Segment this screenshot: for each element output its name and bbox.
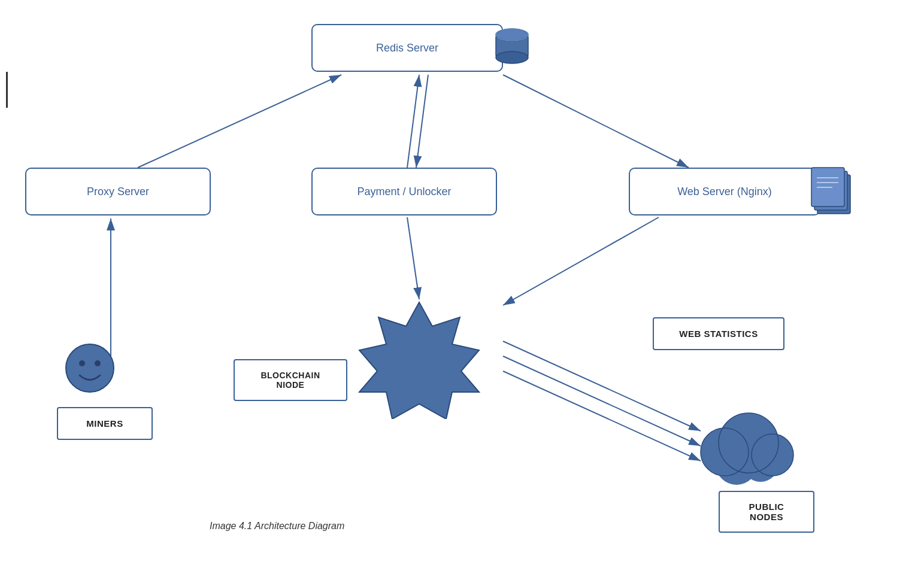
redis-cylinder-icon: [491, 23, 533, 67]
svg-point-30: [743, 446, 778, 482]
diagram-caption: Image 4.1 Architecture Diagram: [210, 521, 344, 532]
miners-label: MINERS: [86, 418, 123, 429]
web-server-box: Web Server (Nginx): [629, 168, 820, 215]
svg-line-8: [503, 217, 659, 305]
web-statistics-label: WEB STATISTICS: [679, 329, 758, 339]
svg-point-14: [496, 51, 528, 63]
svg-point-23: [79, 360, 85, 366]
web-server-stack-icon: [808, 163, 856, 219]
public-nodes-label: PUBLIC NODES: [749, 502, 784, 522]
svg-line-10: [503, 356, 701, 446]
public-nodes-cloud-icon: [689, 407, 796, 487]
svg-line-5: [416, 75, 428, 168]
redis-server-box: Redis Server: [311, 24, 503, 72]
miner-smiley-icon: [63, 341, 117, 397]
web-server-label: Web Server (Nginx): [677, 186, 772, 198]
svg-line-2: [138, 75, 341, 168]
redis-server-label: Redis Server: [376, 42, 438, 54]
left-border-decoration: [6, 72, 8, 108]
blockchain-node-label: BLOCKCHAIN NIODE: [260, 371, 320, 390]
architecture-diagram: Redis Server Proxy Server Payment / Unlo…: [0, 0, 924, 583]
proxy-server-label: Proxy Server: [87, 186, 149, 198]
svg-line-4: [407, 75, 419, 168]
blockchain-node-label-box: BLOCKCHAIN NIODE: [234, 359, 347, 401]
miners-label-box: MINERS: [57, 407, 153, 440]
payment-unlocker-box: Payment / Unlocker: [311, 168, 497, 215]
svg-point-24: [95, 360, 101, 366]
svg-point-22: [66, 344, 114, 392]
payment-unlocker-label: Payment / Unlocker: [357, 186, 451, 198]
web-statistics-box: WEB STATISTICS: [653, 317, 784, 350]
svg-line-11: [503, 371, 701, 461]
svg-line-9: [503, 341, 701, 431]
svg-marker-25: [359, 302, 479, 419]
svg-line-3: [503, 75, 689, 168]
public-nodes-label-box: PUBLIC NODES: [719, 491, 814, 533]
blockchain-starburst-icon: [335, 299, 503, 421]
proxy-server-box: Proxy Server: [25, 168, 211, 215]
svg-line-7: [407, 217, 419, 299]
